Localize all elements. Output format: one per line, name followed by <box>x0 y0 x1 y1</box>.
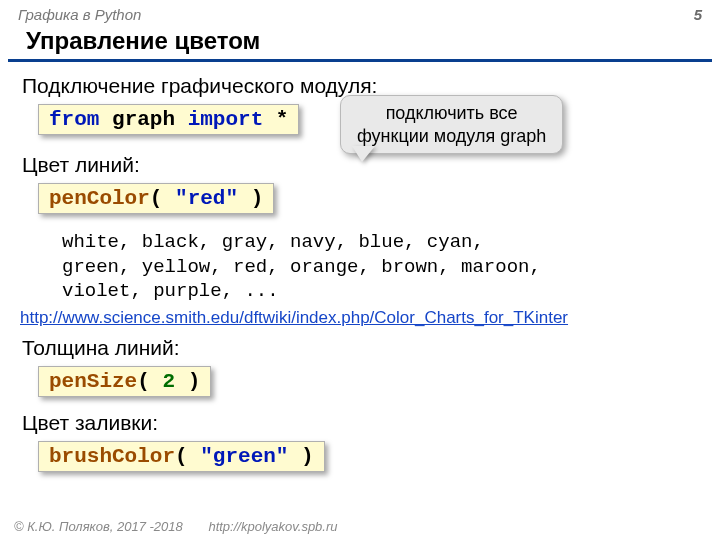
code-pencolor: penColor( "red" ) <box>38 183 274 214</box>
arg-2: 2 <box>162 370 175 393</box>
module-name: graph <box>99 108 187 131</box>
copyright: © К.Ю. Поляков, 2017 -2018 <box>14 519 183 534</box>
footer: © К.Ю. Поляков, 2017 -2018 http://kpolya… <box>14 519 338 534</box>
code-import: from graph import * <box>38 104 299 135</box>
paren-close2: ) <box>175 370 200 393</box>
callout-tail-icon <box>352 146 375 162</box>
paren-open3: ( <box>175 445 200 468</box>
page-number: 5 <box>694 6 702 23</box>
code-pensize: penSize( 2 ) <box>38 366 211 397</box>
arg-red: "red" <box>175 187 238 210</box>
callout-line1: подключить все <box>357 102 546 125</box>
paren-open: ( <box>150 187 175 210</box>
star: * <box>263 108 288 131</box>
kw-from: from <box>49 108 99 131</box>
callout-line2: функции модуля graph <box>357 125 546 148</box>
kw-import: import <box>188 108 264 131</box>
color-list: white, black, gray, navy, blue, cyan, gr… <box>0 220 720 306</box>
arg-green: "green" <box>200 445 288 468</box>
fn-pensize: penSize <box>49 370 137 393</box>
topic-label: Графика в Python <box>18 6 141 23</box>
header: Графика в Python 5 <box>0 0 720 25</box>
tkinter-colors-link[interactable]: http://www.science.smith.edu/dftwiki/ind… <box>0 306 568 330</box>
paren-close: ) <box>238 187 263 210</box>
author-url[interactable]: http://kpolyakov.spb.ru <box>208 519 337 534</box>
code-brushcolor: brushColor( "green" ) <box>38 441 325 472</box>
paren-open2: ( <box>137 370 162 393</box>
page-title: Управление цветом <box>8 25 712 62</box>
paren-close3: ) <box>288 445 313 468</box>
fn-brushcolor: brushColor <box>49 445 175 468</box>
section-pensize-label: Толщина линий: <box>0 330 720 366</box>
fn-pencolor: penColor <box>49 187 150 210</box>
section-brushcolor-label: Цвет заливки: <box>0 403 720 441</box>
